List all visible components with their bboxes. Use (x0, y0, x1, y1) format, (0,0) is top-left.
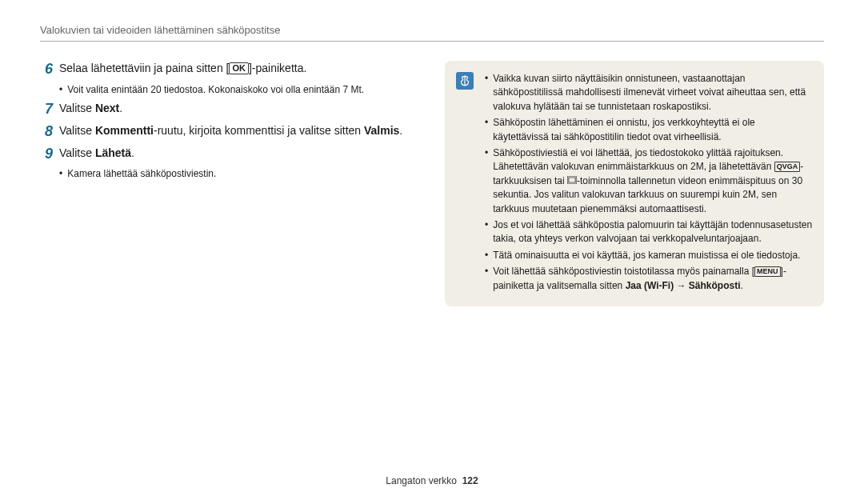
note-item: Sähköpostiviestiä ei voi lähettää, jos t… (485, 146, 813, 216)
step-number: 6 (40, 61, 58, 78)
step-6: 6 Selaa lähetettäviin ja paina sitten [O… (40, 61, 419, 78)
step-sub-bullet: Voit valita enintään 20 tiedostoa. Kokon… (59, 83, 419, 97)
note-item: Tätä ominaisuutta ei voi käyttää, jos ka… (485, 249, 813, 262)
step-text: Valitse Kommentti-ruutu, kirjoita kommen… (59, 123, 419, 139)
ok-icon: OK (229, 62, 249, 74)
svg-rect-1 (569, 178, 575, 182)
note-column: Vaikka kuvan siirto näyttäisikin onnistu… (445, 61, 824, 306)
step-text: Valitse Next. (59, 101, 419, 117)
footer: Langaton verkko 122 (0, 475, 864, 486)
section-header: Valokuvien tai videoiden lähettäminen sä… (40, 24, 824, 42)
step-text: Selaa lähetettäviin ja paina sitten [OK]… (59, 61, 419, 77)
footer-label: Langaton verkko (386, 475, 457, 486)
note-box: Vaikka kuvan siirto näyttäisikin onnistu… (445, 61, 824, 306)
step-sub-bullet: Kamera lähettää sähköpostiviestin. (59, 167, 419, 181)
step-number: 7 (40, 101, 58, 118)
note-item: Jos et voi lähettää sähköpostia palomuur… (485, 218, 813, 246)
step-9: 9 Valitse Lähetä. (40, 146, 419, 163)
note-item: Vaikka kuvan siirto näyttäisikin onnistu… (485, 72, 813, 114)
qvga-icon: QVGA (774, 162, 801, 172)
step-8: 8 Valitse Kommentti-ruutu, kirjoita komm… (40, 123, 419, 141)
step-number: 8 (40, 123, 58, 141)
step-number: 9 (40, 146, 58, 163)
page-number: 122 (462, 475, 478, 486)
note-item: Sähköpostin lähettäminen ei onnistu, jos… (485, 116, 813, 144)
note-item: Voit lähettää sähköpostiviestin toistoti… (485, 265, 813, 293)
menu-icon: MENU (754, 266, 781, 277)
step-7: 7 Valitse Next. (40, 101, 419, 118)
steps-column: 6 Selaa lähetettäviin ja paina sitten [O… (40, 61, 419, 306)
film-icon (567, 174, 577, 188)
step-text: Valitse Lähetä. (59, 146, 419, 162)
info-icon (456, 72, 474, 90)
